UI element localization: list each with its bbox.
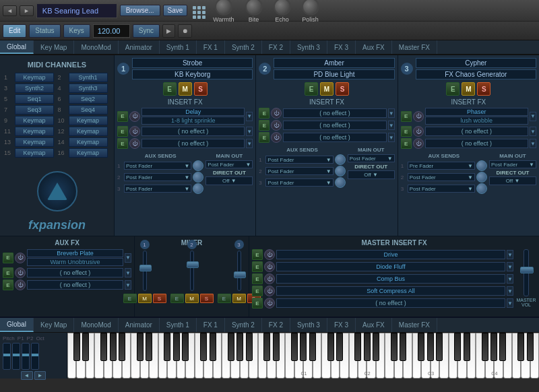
browse-button[interactable]: Browse... bbox=[120, 5, 160, 16]
midi-ch14-btn[interactable]: Keymap bbox=[69, 137, 108, 147]
synth2-aux1-dropdown[interactable]: Post Fader▼ bbox=[265, 156, 333, 164]
piano-black-key-0[interactable] bbox=[73, 333, 80, 361]
midi-ch6-btn[interactable]: Seq2 bbox=[69, 94, 108, 104]
piano-black-key-13[interactable] bbox=[228, 333, 234, 361]
pitch-strip-1[interactable] bbox=[3, 343, 11, 370]
synth1-directout-value[interactable]: Off ▼ bbox=[205, 176, 253, 185]
mixer-ch1-fader[interactable] bbox=[143, 251, 147, 291]
piano-black-key-11[interactable] bbox=[210, 333, 216, 361]
synth3-aux1-dropdown[interactable]: Pre Fader▼ bbox=[408, 162, 475, 170]
piano-black-key-29[interactable] bbox=[427, 333, 434, 361]
tab-fx2[interactable]: FX 2 bbox=[262, 40, 290, 54]
piano-black-key-5[interactable] bbox=[137, 333, 144, 361]
mixer-ch1-s[interactable]: S bbox=[153, 294, 166, 303]
mixer-ch3-e[interactable]: E bbox=[218, 294, 231, 303]
piano-black-key-6[interactable] bbox=[146, 333, 152, 361]
piano-black-key-24[interactable] bbox=[364, 333, 371, 361]
mixer-ch2-s[interactable]: S bbox=[200, 294, 214, 303]
synth3-e-btn[interactable]: E bbox=[446, 82, 459, 96]
oct-down-btn[interactable]: ◄ bbox=[21, 371, 33, 380]
synth1-aux2-knob[interactable] bbox=[193, 172, 203, 183]
synth3-s-btn[interactable]: S bbox=[477, 82, 490, 96]
piano-black-key-8[interactable] bbox=[164, 333, 170, 361]
masterfx-slot5-power[interactable]: ⏻ bbox=[264, 298, 275, 308]
kbd-tab-fx3[interactable]: FX 3 bbox=[327, 318, 356, 332]
bpm-display[interactable]: 120.00 bbox=[93, 24, 130, 38]
synth2-s-btn[interactable]: S bbox=[336, 82, 349, 96]
synth2-fx1-e[interactable]: E bbox=[259, 108, 270, 119]
synth1-aux2-dropdown[interactable]: Post Fader▼ bbox=[124, 173, 191, 181]
synth1-aux3-knob[interactable] bbox=[193, 183, 203, 194]
tab-fx1[interactable]: FX 1 bbox=[197, 40, 225, 54]
piano-black-key-15[interactable] bbox=[246, 333, 253, 361]
masterfx-slot1-power[interactable]: ⏻ bbox=[264, 249, 275, 260]
masterfx-slot3-power[interactable]: ⏻ bbox=[264, 273, 275, 284]
kbd-tab-monomod[interactable]: MonoMod bbox=[74, 318, 118, 332]
piano-black-key-33[interactable] bbox=[482, 333, 488, 361]
tab-fx3[interactable]: FX 3 bbox=[327, 40, 356, 54]
synth3-fx1-power[interactable]: ⏻ bbox=[413, 111, 424, 122]
midi-ch2-btn[interactable]: Synth1 bbox=[69, 73, 108, 82]
piano-black-key-31[interactable] bbox=[464, 333, 470, 361]
pitch-strip-3[interactable] bbox=[22, 343, 30, 370]
midi-ch7-btn[interactable]: Seq3 bbox=[15, 105, 54, 115]
piano-black-key-34[interactable] bbox=[490, 333, 497, 361]
synth1-e-btn[interactable]: E bbox=[163, 82, 177, 96]
mixer-ch2-e[interactable]: E bbox=[170, 294, 184, 303]
status-tab[interactable]: Status bbox=[29, 24, 60, 38]
synth2-mainout-dropdown[interactable]: Post Fader▼ bbox=[348, 154, 395, 162]
synth2-fx2-arrow[interactable]: ▼ bbox=[388, 121, 395, 130]
midi-ch15-btn[interactable]: Keymap bbox=[15, 148, 54, 158]
master-vol-fader[interactable] bbox=[524, 249, 529, 296]
piano-black-key-20[interactable] bbox=[309, 333, 316, 361]
kbd-tab-synth2[interactable]: Synth 2 bbox=[225, 318, 262, 332]
piano-black-key-18[interactable] bbox=[291, 333, 298, 361]
auxfx-slot3-e[interactable]: E bbox=[3, 280, 13, 290]
synth2-aux2-knob[interactable] bbox=[335, 166, 346, 176]
piano-black-key-5[interactable] bbox=[119, 333, 125, 361]
piano-black-key-36[interactable] bbox=[527, 333, 534, 361]
piano-black-key-9[interactable] bbox=[173, 333, 180, 361]
synth1-fx1-e[interactable]: E bbox=[117, 111, 128, 122]
tab-synth3[interactable]: Synth 3 bbox=[290, 40, 327, 54]
piano-black-key-26[interactable] bbox=[400, 333, 406, 361]
synth2-fx2-e[interactable]: E bbox=[259, 120, 270, 131]
auxfx-slot1-power[interactable]: ⏻ bbox=[15, 253, 26, 263]
synth1-m-btn[interactable]: M bbox=[179, 82, 192, 96]
piano-black-key-16[interactable] bbox=[273, 333, 280, 361]
synth1-s-btn[interactable]: S bbox=[194, 82, 208, 96]
kbd-tab-auxfx[interactable]: Aux FX bbox=[356, 318, 392, 332]
synth1-fx3-e[interactable]: E bbox=[117, 138, 128, 149]
synth2-fx3-e[interactable]: E bbox=[259, 132, 270, 143]
piano-black-key-30[interactable] bbox=[436, 333, 443, 361]
kbd-tab-masterfx[interactable]: Master FX bbox=[392, 318, 437, 332]
masterfx-slot4-e[interactable]: E bbox=[252, 286, 263, 296]
tab-synth2[interactable]: Synth 2 bbox=[225, 40, 262, 54]
piano-black-key-25[interactable] bbox=[373, 333, 379, 361]
synth1-fx3-arrow[interactable]: ▼ bbox=[246, 139, 253, 148]
synth2-e-btn[interactable]: E bbox=[305, 82, 318, 96]
piano-black-key-35[interactable] bbox=[517, 333, 524, 361]
grid-icon[interactable] bbox=[190, 3, 205, 18]
synth2-m-btn[interactable]: M bbox=[320, 82, 334, 96]
record-button[interactable]: ⏺ bbox=[178, 24, 192, 38]
tab-monomod[interactable]: MonoMod bbox=[74, 40, 118, 54]
piano-black-key-20[interactable] bbox=[327, 333, 334, 361]
synth3-directout-value[interactable]: Off ▼ bbox=[489, 176, 536, 185]
masterfx-slot2-e[interactable]: E bbox=[252, 261, 263, 272]
tab-keymap[interactable]: Key Map bbox=[34, 40, 74, 54]
synth1-fx3-power[interactable]: ⏻ bbox=[129, 138, 140, 149]
synth3-fx3-power[interactable]: ⏻ bbox=[413, 138, 424, 149]
synth1-fx2-arrow[interactable]: ▼ bbox=[246, 127, 253, 136]
mixer-ch3-m[interactable]: M bbox=[232, 294, 246, 303]
auxfx-slot2-power[interactable]: ⏻ bbox=[15, 267, 26, 278]
midi-ch4-btn[interactable]: Synth3 bbox=[69, 84, 108, 93]
synth3-aux3-knob[interactable] bbox=[476, 183, 487, 194]
auxfx-slot1-e[interactable]: E bbox=[3, 253, 13, 263]
synth3-fx1-arrow[interactable]: ▼ bbox=[530, 112, 536, 121]
next-preset-btn[interactable]: ► bbox=[20, 5, 34, 16]
polish-knob[interactable] bbox=[302, 0, 319, 15]
midi-ch12-btn[interactable]: Keymap bbox=[69, 127, 108, 136]
synth3-fx1-e[interactable]: E bbox=[401, 111, 412, 122]
masterfx-slot1-e[interactable]: E bbox=[252, 249, 263, 260]
